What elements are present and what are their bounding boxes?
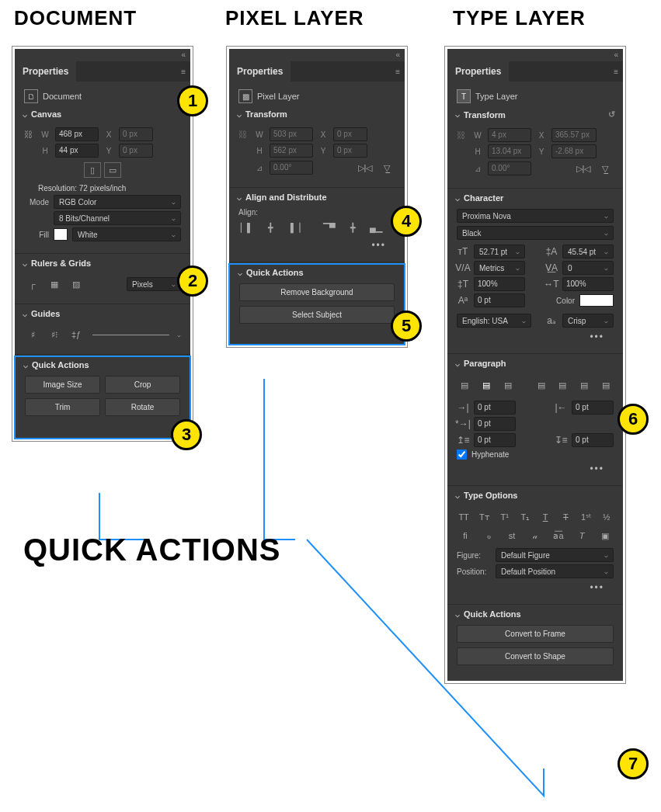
- panel-menu-icon[interactable]: ≡: [176, 68, 190, 76]
- more-icon[interactable]: •••: [457, 330, 614, 344]
- underline-icon[interactable]: T: [538, 509, 552, 525]
- section-transform[interactable]: Transform: [229, 106, 405, 122]
- superscript-icon[interactable]: T¹: [498, 509, 512, 525]
- flip-v-icon[interactable]: ▽̲: [378, 160, 395, 175]
- bits-select[interactable]: 8 Bits/Channel⌵: [54, 211, 181, 225]
- align-left-icon[interactable]: ▏▌: [238, 220, 256, 235]
- justify-center-icon[interactable]: ▤: [555, 377, 571, 393]
- space-before[interactable]: 0 pt: [474, 433, 516, 447]
- section-quick-actions[interactable]: Quick Actions: [230, 265, 404, 280]
- font-family-select[interactable]: Proxima Nova⌵: [457, 209, 614, 223]
- transform-angle[interactable]: 0.00°: [270, 161, 313, 175]
- transform-w[interactable]: 503 px: [270, 127, 313, 141]
- line-height[interactable]: 45.54 pt⌵: [562, 245, 614, 259]
- vscale[interactable]: 100%: [474, 277, 525, 291]
- ruler-icon[interactable]: ┌: [24, 276, 41, 292]
- align-top-icon[interactable]: ▔▀: [321, 220, 338, 235]
- align-right-icon[interactable]: ▐▕: [285, 220, 302, 235]
- flip-v-icon[interactable]: ▽̲: [597, 161, 614, 176]
- tab-properties[interactable]: Properties: [15, 61, 76, 82]
- guides-smart-icon[interactable]: ‡ƒ: [68, 327, 85, 342]
- qa-trim[interactable]: Trim: [25, 398, 100, 416]
- align-bottom-icon[interactable]: ▄▁: [367, 220, 384, 235]
- subscript-icon[interactable]: T₁: [518, 509, 532, 525]
- guides-lock-icon[interactable]: ♯⁝: [46, 327, 63, 342]
- transform-y[interactable]: 0 px: [333, 144, 367, 158]
- panel-menu-icon[interactable]: ≡: [391, 68, 405, 76]
- tab-properties[interactable]: Properties: [229, 61, 290, 82]
- font-size[interactable]: 52.71 pt⌵: [474, 245, 525, 259]
- flip-h-icon[interactable]: ▷|◁: [357, 160, 374, 175]
- reset-icon[interactable]: ↺: [608, 109, 615, 120]
- canvas-w-input[interactable]: 468 px: [55, 127, 99, 141]
- section-character[interactable]: Character: [447, 190, 623, 206]
- section-rulers[interactable]: Rulers & Grids: [15, 255, 190, 271]
- section-transform[interactable]: Transform↺: [447, 106, 623, 123]
- qa-image-size[interactable]: Image Size: [25, 376, 100, 394]
- baseline-shift[interactable]: 0 pt: [474, 293, 525, 307]
- align-right-icon[interactable]: ▤: [500, 377, 516, 393]
- strikethrough-icon[interactable]: T: [558, 509, 572, 525]
- qa-remove-bg[interactable]: Remove Background: [239, 283, 395, 301]
- section-canvas[interactable]: Canvas: [15, 106, 190, 122]
- swash-icon[interactable]: ℴ: [480, 528, 497, 543]
- ruler-unit-select[interactable]: Pixels⌵: [127, 277, 181, 291]
- qa-crop[interactable]: Crop: [105, 376, 180, 394]
- aa-select[interactable]: Crisp⌵: [562, 314, 614, 328]
- fractions-icon[interactable]: ½: [600, 509, 614, 525]
- hscale[interactable]: 100%: [562, 277, 614, 291]
- mode-select[interactable]: RGB Color⌵: [54, 195, 181, 209]
- guides-show-icon[interactable]: ♯: [24, 327, 41, 342]
- link-icon[interactable]: ⛓: [238, 130, 249, 139]
- ornaments-icon[interactable]: ▣: [597, 528, 614, 543]
- fill-select[interactable]: White⌵: [72, 227, 181, 241]
- ligatures-icon[interactable]: fi: [457, 528, 474, 543]
- more-icon[interactable]: •••: [457, 581, 614, 595]
- link-icon[interactable]: ⛓: [24, 130, 35, 139]
- section-quick-actions[interactable]: Quick Actions: [16, 357, 190, 373]
- orient-portrait-icon[interactable]: ▯: [84, 162, 101, 178]
- transform-angle[interactable]: 0.00°: [488, 161, 531, 175]
- figure-select[interactable]: Default Figure⌵: [496, 548, 614, 562]
- transform-x[interactable]: 365.57 px: [551, 128, 597, 142]
- more-icon[interactable]: •••: [457, 462, 614, 476]
- canvas-x-input[interactable]: 0 px: [119, 127, 153, 141]
- space-after[interactable]: 0 pt: [572, 433, 614, 447]
- qa-convert-frame[interactable]: Convert to Frame: [457, 625, 614, 643]
- smallcaps-icon[interactable]: Tᴛ: [477, 509, 491, 525]
- tab-properties[interactable]: Properties: [447, 61, 509, 82]
- justify-left-icon[interactable]: ▤: [534, 377, 549, 393]
- justify-right-icon[interactable]: ▤: [576, 377, 592, 393]
- language-select[interactable]: English: USA⌵: [457, 314, 531, 328]
- align-hcenter-icon[interactable]: ╋: [262, 220, 279, 235]
- align-vcenter-icon[interactable]: ╋: [344, 220, 361, 235]
- char-color-swatch[interactable]: [579, 294, 614, 307]
- titling-icon[interactable]: a͞a: [550, 528, 567, 543]
- tracking[interactable]: 0⌵: [562, 261, 614, 275]
- orient-landscape-icon[interactable]: ▭: [104, 162, 121, 178]
- grid-icon[interactable]: ▦: [46, 276, 63, 292]
- indent-left[interactable]: 0 pt: [474, 401, 516, 415]
- firstline-indent[interactable]: 0 pt: [474, 417, 516, 431]
- allcaps-icon[interactable]: TT: [457, 509, 471, 525]
- calt-icon[interactable]: 𝒶: [527, 528, 544, 543]
- kerning[interactable]: Metrics⌵: [474, 261, 525, 275]
- ordinals-icon[interactable]: 1ˢᵗ: [579, 509, 593, 525]
- section-align[interactable]: Align and Distribute: [229, 189, 405, 205]
- transform-h[interactable]: 562 px: [270, 144, 313, 158]
- font-weight-select[interactable]: Black⌵: [457, 226, 614, 240]
- hyphenate-checkbox[interactable]: [457, 449, 467, 460]
- panel-menu-icon[interactable]: ≡: [609, 68, 623, 76]
- section-type-options[interactable]: Type Options: [447, 488, 623, 503]
- qa-rotate[interactable]: Rotate: [105, 398, 180, 416]
- pixel-grid-icon[interactable]: ▨: [68, 276, 85, 292]
- align-center-icon[interactable]: ▤: [478, 377, 494, 393]
- flip-h-icon[interactable]: ▷|◁: [575, 161, 592, 176]
- stylistic-icon[interactable]: st: [503, 528, 520, 543]
- position-select[interactable]: Default Position⌵: [496, 564, 614, 578]
- qa-convert-shape[interactable]: Convert to Shape: [457, 647, 614, 665]
- transform-h[interactable]: 13.04 px: [488, 144, 531, 158]
- section-paragraph[interactable]: Paragraph: [447, 356, 623, 371]
- section-guides[interactable]: Guides: [15, 306, 190, 321]
- canvas-y-input[interactable]: 0 px: [119, 144, 153, 158]
